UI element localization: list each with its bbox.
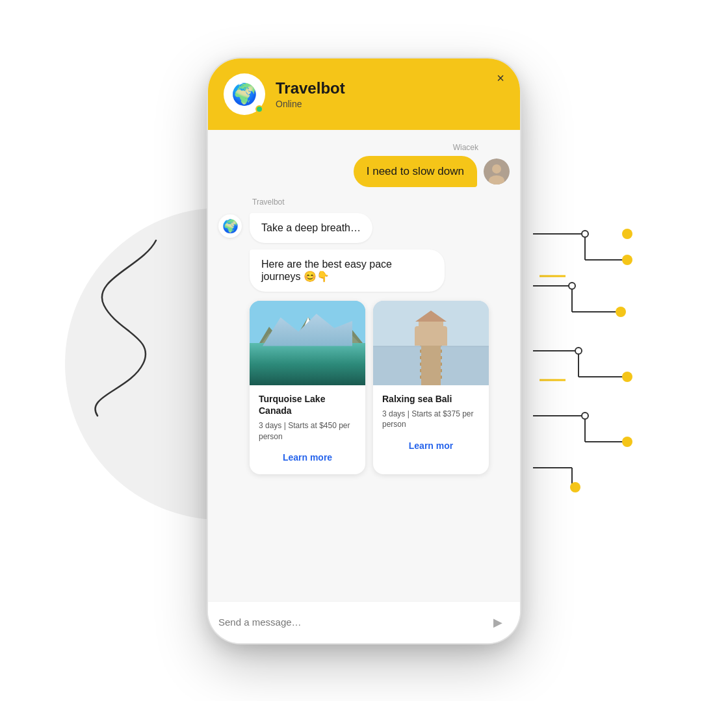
travel-card-sea: Ralxing sea Bali 3 days | Starts at $375… <box>373 301 489 475</box>
message-input[interactable] <box>218 617 478 628</box>
card-1-link[interactable]: Learn more <box>259 448 356 466</box>
bot-avatar: 🌍 <box>224 73 265 115</box>
svg-rect-43 <box>420 363 442 366</box>
travel-card-lake: Turquoise Lake Canada 3 days | Starts at… <box>250 301 365 475</box>
chat-input-area: ▶ <box>208 601 520 643</box>
chat-header: 🌍 Travelbot Online × <box>208 58 520 130</box>
phone-frame: 🌍 Travelbot Online × Wiacek I need to sl… <box>208 58 520 643</box>
bot-name: Travelbot <box>276 79 345 97</box>
user-message-wrapper: Wiacek I need to slow down <box>218 143 510 187</box>
svg-point-14 <box>622 229 632 239</box>
bot-bubble-2: Here are the best easy pace journeys 😊👇 <box>250 249 445 292</box>
svg-rect-34 <box>250 359 365 385</box>
bot-message-section: Travelbot 🌍 Take a deep breath… Here are… <box>218 198 510 475</box>
travel-cards-wrapper: Turquoise Lake Canada 3 days | Starts at… <box>250 301 510 475</box>
svg-point-20 <box>582 231 588 237</box>
bot-info: Travelbot Online <box>276 79 345 109</box>
bot-bubble-1: Take a deep breath… <box>250 213 372 243</box>
svg-rect-37 <box>373 346 489 385</box>
svg-point-19 <box>570 482 580 492</box>
svg-rect-41 <box>420 350 442 353</box>
card-1-content: Turquoise Lake Canada 3 days | Starts at… <box>250 385 365 475</box>
svg-rect-44 <box>420 369 442 372</box>
bot-avatar-small: 🌍 <box>218 214 242 238</box>
svg-point-22 <box>575 348 582 354</box>
svg-rect-38 <box>422 333 440 385</box>
svg-point-18 <box>622 437 632 447</box>
user-name-label: Wiacek <box>453 143 478 152</box>
globe-icon: 🌍 <box>231 82 257 107</box>
globe-small-icon: 🌍 <box>222 218 239 234</box>
card-2-title: Ralxing sea Bali <box>382 393 480 405</box>
svg-rect-40 <box>420 343 442 346</box>
send-button[interactable]: ▶ <box>486 611 510 634</box>
user-bubble: I need to slow down <box>354 156 477 187</box>
bot-message-row-1: 🌍 Take a deep breath… <box>218 213 510 243</box>
svg-point-21 <box>569 283 575 289</box>
user-avatar <box>484 159 510 185</box>
svg-point-15 <box>622 255 632 265</box>
bot-label: Travelbot <box>252 198 510 207</box>
card-1-details: 3 days | Starts at $450 per person <box>259 420 356 442</box>
sea-svg <box>373 301 489 385</box>
card-2-details: 3 days | Starts at $375 per person <box>382 409 480 431</box>
squiggle-decoration <box>52 227 182 422</box>
phone-wrapper: 🌍 Travelbot Online × Wiacek I need to sl… <box>195 39 533 663</box>
bot-status: Online <box>276 99 345 109</box>
chat-body: Wiacek I need to slow down Travelbot <box>208 130 520 601</box>
svg-rect-46 <box>419 320 443 337</box>
card-1-title: Turquoise Lake Canada <box>259 393 356 416</box>
svg-rect-39 <box>420 337 442 340</box>
svg-point-17 <box>622 372 632 382</box>
send-icon: ▶ <box>493 615 502 630</box>
sea-image <box>373 301 489 385</box>
svg-rect-29 <box>250 301 365 385</box>
online-indicator <box>255 105 263 113</box>
lake-image <box>250 301 365 385</box>
circuit-decoration <box>520 182 689 507</box>
svg-point-27 <box>492 164 501 173</box>
card-2-content: Ralxing sea Bali 3 days | Starts at $375… <box>373 385 489 463</box>
user-message-row: I need to slow down <box>354 156 510 187</box>
svg-marker-33 <box>343 324 352 335</box>
user-avatar-img <box>484 159 510 185</box>
lake-svg <box>250 301 365 385</box>
svg-point-23 <box>582 413 588 419</box>
svg-rect-35 <box>250 359 365 366</box>
card-2-link[interactable]: Learn mor <box>382 437 480 455</box>
svg-rect-45 <box>420 376 442 379</box>
close-button[interactable]: × <box>497 71 504 84</box>
svg-rect-42 <box>420 356 442 359</box>
svg-point-16 <box>616 307 626 317</box>
